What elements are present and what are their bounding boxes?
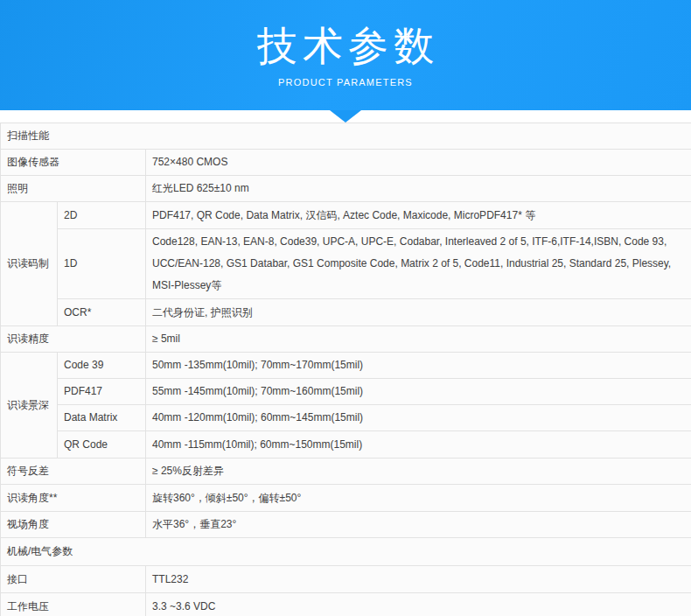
spec-sublabel: PDF417: [58, 379, 146, 405]
table-row: 工作电压 3.3 ~3.6 VDC: [1, 593, 691, 616]
spec-value: 752×480 CMOS: [146, 150, 691, 176]
table-row: 视场角度 水平36°，垂直23°: [1, 512, 691, 538]
table-row: 识读角度** 旋转360°，倾斜±50°，偏转±50°: [1, 485, 691, 512]
spec-sublabel: QR Code: [58, 431, 146, 458]
section-header: 扫描性能: [1, 123, 691, 150]
table-row: 识读精度 ≥ 5mil: [1, 326, 691, 353]
table-row: 照明 红光LED 625±10 nm: [1, 176, 691, 202]
spec-label: 识读角度**: [1, 485, 146, 512]
spec-value: 旋转360°，倾斜±50°，偏转±50°: [146, 485, 691, 512]
spec-sublabel: 1D: [58, 229, 146, 299]
spec-value: 红光LED 625±10 nm: [146, 176, 691, 202]
table-row-section: 机械/电气参数: [1, 538, 691, 566]
table-row: QR Code 40mm -115mm(10mil); 60mm~150mm(1…: [1, 431, 691, 458]
header-banner: 技术参数 PRODUCT PARAMETERS: [0, 0, 691, 110]
spec-value: TTL232: [146, 566, 691, 593]
spec-table: 扫描性能 图像传感器 752×480 CMOS 照明 红光LED 625±10 …: [0, 122, 691, 616]
spec-sublabel: Code 39: [58, 353, 146, 379]
spec-sublabel: Data Matrix: [58, 405, 146, 431]
spec-value: 55mm -145mm(10mil); 70mm~160mm(15mil): [146, 379, 691, 405]
table-row-section: 扫描性能: [1, 123, 691, 150]
table-row: 识读码制 2D PDF417, QR Code, Data Matrix, 汉信…: [1, 202, 691, 229]
spec-label: 识读精度: [1, 326, 146, 353]
table-row: 图像传感器 752×480 CMOS: [1, 150, 691, 176]
table-row: 接口 TTL232: [1, 566, 691, 593]
section-header: 机械/电气参数: [1, 538, 691, 566]
spec-group-label: 识读码制: [1, 202, 58, 326]
spec-section: 扫描性能 图像传感器 752×480 CMOS 照明 红光LED 625±10 …: [0, 122, 691, 616]
spec-value: 40mm -120mm(10mil); 60mm~145mm(15mil): [146, 405, 691, 431]
page-subtitle: PRODUCT PARAMETERS: [278, 77, 413, 88]
spec-label: 图像传感器: [1, 150, 146, 176]
table-row: OCR* 二代身份证, 护照识别: [1, 299, 691, 326]
spec-value: ≥ 25%反射差异: [146, 458, 691, 485]
table-row: Data Matrix 40mm -120mm(10mil); 60mm~145…: [1, 405, 691, 431]
spec-value: ≥ 5mil: [146, 326, 691, 353]
spec-value: 二代身份证, 护照识别: [146, 299, 691, 326]
banner-arrow-down: [330, 110, 361, 122]
table-row: PDF417 55mm -145mm(10mil); 70mm~160mm(15…: [1, 379, 691, 405]
spec-group-label: 识读景深: [1, 353, 58, 458]
spec-value: Code128, EAN-13, EAN-8, Code39, UPC-A, U…: [146, 229, 691, 299]
table-row: 识读景深 Code 39 50mm -135mm(10mil); 70mm~17…: [1, 353, 691, 379]
spec-label: 接口: [1, 566, 146, 593]
spec-sublabel: 2D: [58, 202, 146, 229]
spec-value: 水平36°，垂直23°: [146, 512, 691, 538]
spec-value: 50mm -135mm(10mil); 70mm~170mm(15mil): [146, 353, 691, 379]
spec-label: 视场角度: [1, 512, 146, 538]
table-row: 符号反差 ≥ 25%反射差异: [1, 458, 691, 485]
spec-label: 工作电压: [1, 593, 146, 616]
spec-value: 3.3 ~3.6 VDC: [146, 593, 691, 616]
spec-value: 40mm -115mm(10mil); 60mm~150mm(15mil): [146, 431, 691, 458]
spec-sublabel: OCR*: [58, 299, 146, 326]
spec-value: PDF417, QR Code, Data Matrix, 汉信码, Aztec…: [146, 202, 691, 229]
page-title: 技术参数: [257, 25, 439, 66]
spec-label: 照明: [1, 176, 146, 202]
spec-label: 符号反差: [1, 458, 146, 485]
table-row: 1D Code128, EAN-13, EAN-8, Code39, UPC-A…: [1, 229, 691, 299]
